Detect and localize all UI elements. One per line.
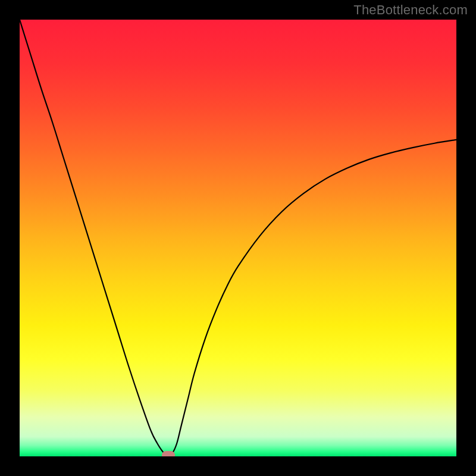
plot-area — [20, 20, 456, 456]
optimal-point-marker — [162, 451, 175, 456]
watermark-text: TheBottleneck.com — [353, 2, 468, 18]
chart-svg — [20, 20, 456, 456]
gradient-background — [20, 20, 456, 456]
chart-frame: TheBottleneck.com — [0, 0, 476, 476]
